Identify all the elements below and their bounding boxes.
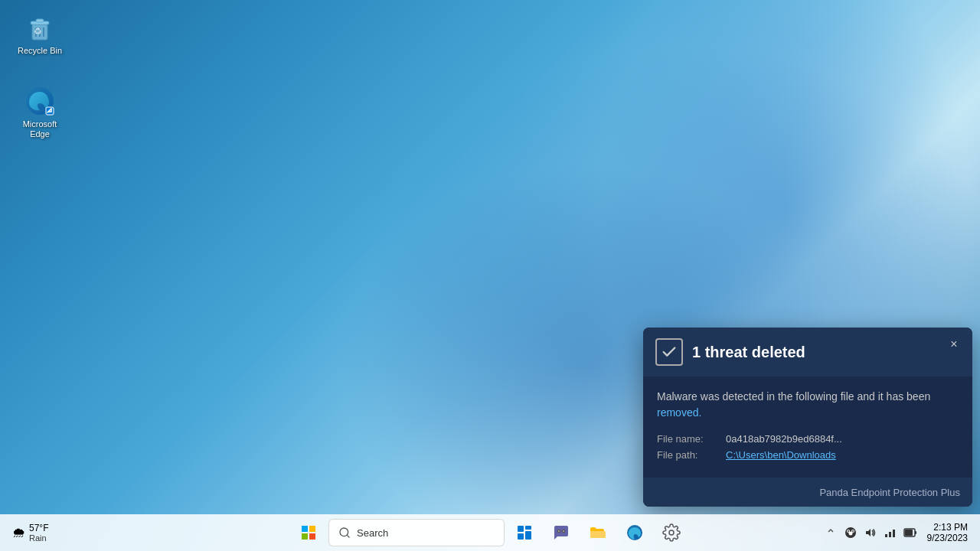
- system-tray: 2:13 PM 9/23/2023: [822, 514, 980, 551]
- svg-point-28: [848, 532, 852, 536]
- file-explorer-button[interactable]: [581, 516, 615, 549]
- notification-body: Malware was detected in the following fi…: [643, 377, 972, 478]
- svg-rect-36: [915, 531, 916, 534]
- svg-rect-32: [889, 532, 891, 537]
- file-path-value[interactable]: C:\Users\ben\Downloads: [726, 449, 836, 461]
- panda-tray-icon[interactable]: [841, 523, 860, 542]
- weather-condition: Rain: [29, 533, 48, 543]
- svg-rect-17: [525, 526, 531, 530]
- clock[interactable]: 2:13 PM 9/23/2023: [921, 520, 974, 545]
- chat-button[interactable]: [544, 516, 578, 549]
- svg-rect-22: [590, 531, 606, 538]
- check-icon: [655, 338, 683, 366]
- search-label: Search: [357, 527, 388, 539]
- svg-rect-35: [905, 530, 913, 536]
- svg-line-15: [347, 535, 349, 537]
- taskbar-center: Search: [292, 516, 688, 549]
- taskbar: 🌧 57°F Rain: [0, 514, 980, 551]
- notification-popup: 1 threat deleted × Malware was detected …: [643, 328, 972, 507]
- volume-icon[interactable]: [861, 523, 880, 542]
- settings-taskbar-button[interactable]: [655, 516, 688, 549]
- edge-taskbar-button[interactable]: [618, 516, 652, 549]
- svg-rect-19: [518, 533, 524, 540]
- start-button[interactable]: [292, 516, 325, 549]
- weather-widget[interactable]: 🌧 57°F Rain: [6, 521, 54, 544]
- file-path-row: File path: C:\Users\ben\Downloads: [657, 449, 959, 461]
- brand-label: Panda Endpoint Protection Plus: [819, 487, 960, 498]
- temperature: 57°F: [29, 523, 48, 533]
- ms-edge-label: Microsoft Edge: [12, 119, 67, 139]
- svg-rect-12: [302, 533, 308, 540]
- show-hidden-icons-button[interactable]: [822, 523, 840, 542]
- file-name-label: File name:: [657, 433, 726, 445]
- recycle-bin-image: ♻: [24, 12, 55, 43]
- svg-point-30: [852, 530, 854, 532]
- notification-message: Malware was detected in the following fi…: [657, 389, 959, 421]
- recycle-bin-icon[interactable]: ♻ Recycle Bin: [9, 9, 70, 59]
- svg-point-24: [669, 530, 674, 535]
- svg-text:♻: ♻: [34, 26, 42, 37]
- svg-rect-2: [36, 19, 44, 22]
- desktop: ♻ Recycle Bin: [0, 0, 980, 551]
- svg-rect-13: [309, 533, 315, 540]
- file-name-row: File name: 0a418ab7982b9ed6884f...: [657, 433, 959, 445]
- close-button[interactable]: ×: [945, 335, 963, 354]
- edge-image: [24, 86, 55, 116]
- notification-title: 1 threat deleted: [692, 344, 805, 361]
- weather-icon: 🌧: [12, 525, 26, 541]
- svg-rect-31: [885, 534, 887, 537]
- battery-icon[interactable]: [901, 523, 920, 542]
- svg-point-20: [558, 530, 560, 533]
- svg-point-21: [563, 530, 565, 533]
- ms-edge-icon[interactable]: Microsoft Edge: [9, 83, 70, 142]
- search-icon: [338, 527, 351, 539]
- widgets-button[interactable]: [508, 516, 541, 549]
- recycle-bin-label: Recycle Bin: [18, 46, 62, 56]
- notification-footer: Panda Endpoint Protection Plus: [643, 478, 972, 507]
- file-name-value: 0a418ab7982b9ed6884f...: [726, 433, 842, 445]
- network-icon[interactable]: [881, 523, 900, 542]
- message-text-1: Malware was detected in the following fi…: [657, 390, 930, 403]
- svg-rect-11: [309, 526, 315, 532]
- svg-rect-18: [525, 531, 531, 540]
- svg-point-29: [848, 530, 849, 532]
- file-path-label: File path:: [657, 449, 726, 461]
- search-bar[interactable]: Search: [328, 519, 505, 546]
- svg-rect-10: [302, 526, 308, 532]
- svg-rect-33: [893, 530, 895, 537]
- notification-header: 1 threat deleted ×: [643, 328, 972, 377]
- clock-time: 2:13 PM: [933, 522, 968, 533]
- message-removed: removed.: [657, 406, 701, 419]
- clock-date: 9/23/2023: [927, 533, 968, 543]
- svg-rect-16: [518, 526, 524, 532]
